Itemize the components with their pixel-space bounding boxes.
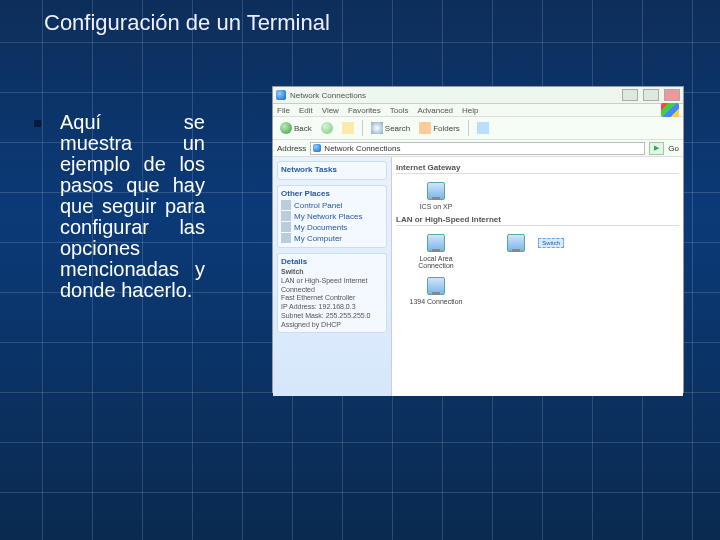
network-tasks-panel: Network Tasks (277, 161, 387, 180)
menu-favorites[interactable]: Favorites (348, 106, 381, 115)
details-status: Connected (281, 286, 315, 293)
other-places-panel: Other Places Control Panel My Network Pl… (277, 185, 387, 248)
forward-button[interactable] (318, 121, 336, 135)
item-ics[interactable]: ICS on XP (406, 180, 466, 210)
search-icon (371, 122, 383, 134)
views-button[interactable] (474, 121, 492, 135)
folders-button[interactable]: Folders (416, 121, 463, 135)
up-button[interactable] (339, 121, 357, 135)
item-1394-label: 1394 Connection (410, 298, 463, 305)
link-network-places-label: My Network Places (294, 212, 362, 221)
link-control-panel-label: Control Panel (294, 201, 342, 210)
link-my-documents[interactable]: My Documents (281, 222, 383, 232)
item-lac-label: Local Area Connection (406, 255, 466, 269)
menu-tools[interactable]: Tools (390, 106, 409, 115)
item-1394[interactable]: 1394 Connection (406, 275, 466, 305)
menu-view[interactable]: View (322, 106, 339, 115)
firewire-icon (423, 275, 449, 297)
documents-icon (281, 222, 291, 232)
address-value: Network Connections (324, 144, 400, 153)
item-switch[interactable]: Switch . (486, 232, 546, 262)
network-tasks-title: Network Tasks (281, 165, 383, 174)
other-places-title: Other Places (281, 189, 383, 198)
folders-label: Folders (433, 124, 460, 133)
menu-advanced[interactable]: Advanced (417, 106, 453, 115)
link-my-computer-label: My Computer (294, 234, 342, 243)
details-adapter: Fast Ethernet Controller (281, 294, 355, 301)
views-icon (477, 122, 489, 134)
menu-help[interactable]: Help (462, 106, 478, 115)
menu-edit[interactable]: Edit (299, 106, 313, 115)
toolbar-separator-2 (468, 120, 469, 136)
section-internet-gateway: Internet Gateway (396, 163, 679, 174)
link-my-computer[interactable]: My Computer (281, 233, 383, 243)
up-icon (342, 122, 354, 134)
windows-flag-icon (661, 103, 679, 117)
address-bar: Address Network Connections ▶ Go (273, 140, 683, 157)
computer-icon (281, 233, 291, 243)
toolbar: Back Search Folders (273, 117, 683, 140)
bullet-icon (34, 120, 41, 127)
search-label: Search (385, 124, 410, 133)
link-control-panel[interactable]: Control Panel (281, 200, 383, 210)
details-name: Switch (281, 268, 304, 275)
switch-icon (503, 232, 529, 254)
gateway-icon (423, 180, 449, 202)
back-label: Back (294, 124, 312, 133)
back-icon (280, 122, 292, 134)
menu-file[interactable]: File (277, 106, 290, 115)
back-button[interactable]: Back (277, 121, 315, 135)
go-label: Go (668, 144, 679, 153)
details-ip: IP Address: 192.168.0.3 (281, 303, 356, 310)
search-button[interactable]: Search (368, 121, 413, 135)
section-lan: LAN or High-Speed Internet (396, 215, 679, 226)
window-titlebar: Network Connections (273, 87, 683, 104)
item-lac[interactable]: Local Area Connection (406, 232, 466, 269)
menu-bar: File Edit View Favorites Tools Advanced … (273, 104, 683, 117)
screenshot-window: Network Connections File Edit View Favor… (272, 86, 684, 393)
details-type: LAN or High-Speed Internet (281, 277, 367, 284)
side-panel: Network Tasks Other Places Control Panel… (273, 157, 392, 396)
window-title: Network Connections (290, 91, 366, 100)
minimize-button[interactable] (622, 89, 638, 101)
close-button[interactable] (664, 89, 680, 101)
details-title: Details (281, 257, 383, 266)
network-places-icon (281, 211, 291, 221)
slide-title: Configuración de un Terminal (44, 10, 330, 36)
network-icon (276, 90, 286, 100)
address-icon (313, 144, 321, 152)
toolbar-separator (362, 120, 363, 136)
lan-icon (423, 232, 449, 254)
main-panel: Internet Gateway ICS on XP LAN or High-S… (392, 157, 683, 396)
address-input[interactable]: Network Connections (310, 142, 645, 155)
control-panel-icon (281, 200, 291, 210)
selected-label: Switch (538, 238, 564, 248)
item-ics-label: ICS on XP (420, 203, 453, 210)
address-label: Address (277, 144, 306, 153)
details-dhcp: Assigned by DHCP (281, 321, 341, 328)
details-mask: Subnet Mask: 255.255.255.0 (281, 312, 371, 319)
folders-icon (419, 122, 431, 134)
forward-icon (321, 122, 333, 134)
link-network-places[interactable]: My Network Places (281, 211, 383, 221)
go-button[interactable]: ▶ (649, 142, 664, 155)
link-my-documents-label: My Documents (294, 223, 347, 232)
maximize-button[interactable] (643, 89, 659, 101)
details-panel: Details Switch LAN or High-Speed Interne… (277, 253, 387, 333)
slide-paragraph: Aquí se muestra un ejemplo de los pasos … (60, 112, 205, 301)
